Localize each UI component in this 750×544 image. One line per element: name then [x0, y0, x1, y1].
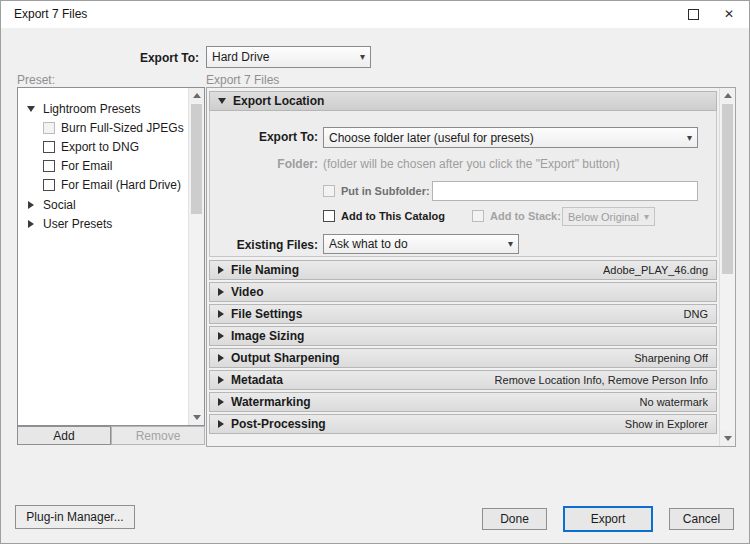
chevron-down-icon: ▾: [360, 52, 365, 62]
section-metadata[interactable]: Metadata Remove Location Info, Remove Pe…: [209, 370, 717, 390]
export-location-folder-select[interactable]: Choose folder later (useful for presets)…: [323, 127, 698, 148]
put-in-subfolder-checkbox[interactable]: [323, 185, 335, 197]
tree-item-label: Burn Full-Sized JPEGs: [61, 121, 184, 135]
export-button[interactable]: Export: [563, 506, 653, 532]
scroll-down-button[interactable]: [720, 431, 735, 446]
existing-files-select[interactable]: Ask what to do ▾: [323, 234, 519, 254]
triangle-right-icon: [218, 420, 224, 428]
tree-item-for-email[interactable]: For Email: [18, 157, 188, 175]
scroll-down-icon: [193, 415, 201, 420]
export-location-body: Export To: Choose folder later (useful f…: [209, 111, 717, 257]
scroll-down-button[interactable]: [189, 410, 204, 425]
export-location-export-to-label: Export To:: [210, 130, 318, 144]
checkbox-for-email[interactable]: [43, 160, 55, 172]
section-title: Image Sizing: [231, 329, 304, 343]
tree-item-export-to-dng[interactable]: Export to DNG: [18, 138, 188, 156]
chevron-down-icon: ▾: [508, 239, 513, 249]
triangle-right-icon: [218, 332, 224, 340]
section-title: Output Sharpening: [231, 351, 340, 365]
triangle-right-icon: [28, 201, 34, 209]
tree-group-label: Lightroom Presets: [43, 102, 140, 116]
remove-button[interactable]: Remove: [111, 426, 205, 445]
export-dialog: Export 7 Files ✕ Export To: Hard Drive ▾…: [0, 0, 750, 544]
export-to-top-select[interactable]: Hard Drive ▾: [206, 46, 371, 68]
existing-files-value: Ask what to do: [329, 237, 504, 251]
scrollbar-thumb[interactable]: [191, 104, 202, 214]
preset-label: Preset:: [17, 73, 55, 87]
triangle-right-icon: [218, 288, 224, 296]
chevron-down-icon: ▾: [644, 212, 649, 222]
preset-tree: Lightroom Presets Burn Full-Sized JPEGs …: [17, 87, 205, 426]
maximize-icon: [688, 9, 699, 20]
add-to-catalog-checkbox[interactable]: [323, 210, 335, 222]
scroll-up-icon: [724, 93, 732, 98]
export-location-folder-value: Choose folder later (useful for presets): [329, 131, 683, 145]
cancel-button-label: Cancel: [683, 512, 720, 526]
tree-item-label: For Email (Hard Drive): [61, 178, 181, 192]
section-output-sharpening[interactable]: Output Sharpening Sharpening Off: [209, 348, 717, 368]
scrollbar-thumb[interactable]: [722, 104, 733, 274]
add-to-stack-checkbox[interactable]: [472, 210, 484, 222]
triangle-down-icon: [218, 98, 226, 104]
chevron-down-icon: ▾: [687, 133, 692, 143]
done-button-label: Done: [500, 512, 529, 526]
scroll-up-icon: [193, 93, 201, 98]
triangle-right-icon: [28, 220, 34, 228]
section-title: Video: [231, 285, 263, 299]
section-title: Watermarking: [231, 395, 311, 409]
scroll-down-icon: [724, 436, 732, 441]
triangle-right-icon: [218, 354, 224, 362]
section-summary: Remove Location Info, Remove Person Info: [495, 374, 708, 386]
section-video[interactable]: Video: [209, 282, 717, 302]
subfolder-input[interactable]: [432, 181, 698, 201]
plugin-manager-button[interactable]: Plug-in Manager...: [15, 505, 135, 529]
tree-item-burn-full-sized-jpegs[interactable]: Burn Full-Sized JPEGs: [18, 119, 188, 137]
triangle-right-icon: [218, 398, 224, 406]
section-title: Metadata: [231, 373, 283, 387]
tree-group-lightroom-presets[interactable]: Lightroom Presets: [18, 100, 188, 118]
done-button[interactable]: Done: [482, 508, 547, 530]
add-button-label: Add: [53, 429, 74, 443]
scroll-up-button[interactable]: [720, 88, 735, 103]
tree-item-for-email-hard-drive[interactable]: For Email (Hard Drive): [18, 176, 188, 194]
tree-group-social[interactable]: Social: [18, 196, 188, 214]
window-title: Export 7 Files: [14, 7, 87, 21]
panel-header-label: Export 7 Files: [206, 73, 279, 87]
checkbox-burn-full-sized-jpegs[interactable]: [43, 122, 55, 134]
stack-position-select[interactable]: Below Original ▾: [562, 207, 655, 226]
add-button[interactable]: Add: [17, 426, 111, 445]
checkbox-export-to-dng[interactable]: [43, 141, 55, 153]
tree-group-label: Social: [43, 198, 76, 212]
tree-group-user-presets[interactable]: User Presets: [18, 215, 188, 233]
maximize-button[interactable]: [675, 1, 711, 27]
folder-label: Folder:: [210, 157, 318, 171]
export-to-top-value: Hard Drive: [212, 50, 356, 64]
section-title: Export Location: [233, 94, 324, 108]
tree-item-label: For Email: [61, 159, 112, 173]
settings-scrollbar[interactable]: [719, 88, 735, 446]
triangle-right-icon: [218, 266, 224, 274]
section-watermarking[interactable]: Watermarking No watermark: [209, 392, 717, 412]
section-image-sizing[interactable]: Image Sizing: [209, 326, 717, 346]
section-title: File Naming: [231, 263, 299, 277]
settings-panel: Export Location Export To: Choose folder…: [206, 87, 736, 447]
export-button-label: Export: [591, 512, 626, 526]
section-export-location[interactable]: Export Location: [209, 91, 717, 111]
checkbox-for-email-hard-drive[interactable]: [43, 179, 55, 191]
section-summary: Adobe_PLAY_46.dng: [603, 264, 708, 276]
preset-scrollbar[interactable]: [188, 88, 204, 425]
section-file-settings[interactable]: File Settings DNG: [209, 304, 717, 324]
scroll-up-button[interactable]: [189, 88, 204, 103]
cancel-button[interactable]: Cancel: [669, 508, 734, 530]
existing-files-label: Existing Files:: [210, 238, 318, 252]
title-bar: Export 7 Files ✕: [1, 1, 749, 28]
folder-note: (folder will be chosen after you click t…: [323, 157, 620, 171]
export-to-top-label: Export To:: [61, 51, 199, 65]
section-post-processing[interactable]: Post-Processing Show in Explorer: [209, 414, 717, 434]
triangle-right-icon: [218, 310, 224, 318]
plugin-manager-label: Plug-in Manager...: [26, 510, 123, 524]
add-to-catalog-label: Add to This Catalog: [341, 210, 445, 222]
stack-position-value: Below Original: [568, 211, 640, 223]
section-file-naming[interactable]: File Naming Adobe_PLAY_46.dng: [209, 260, 717, 280]
close-button[interactable]: ✕: [711, 1, 747, 27]
